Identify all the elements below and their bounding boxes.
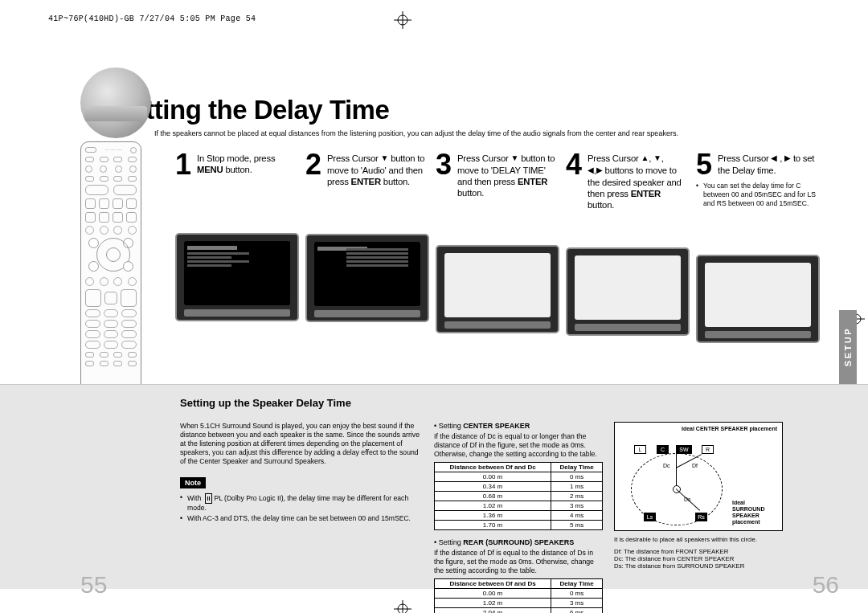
rear-speaker-heading: • Setting REAR (SURROUND) SPEAKERS <box>434 538 603 546</box>
center-delay-table: Distance between Df and DcDelay Time0.00… <box>434 462 603 530</box>
lower-notes: With IIPL (Dolby Pro Logic II), the dela… <box>180 493 423 523</box>
step-1-number: 1 <box>175 153 191 177</box>
note-badge: Note <box>180 477 206 488</box>
step-5-screenshot <box>696 255 820 343</box>
lower-col-3: Ideal CENTER SPEAKER placement L C SW R … <box>614 422 791 570</box>
note-2: With AC-3 and DTS, the delay time can be… <box>180 514 423 523</box>
section-tab: SETUP <box>839 310 857 384</box>
hero-block: Setting the Delay Time If the speakers c… <box>80 67 678 138</box>
diagram-legend: Df: The distance from FRONT SPEAKER Dc: … <box>614 548 791 570</box>
page-number-right: 56 <box>813 571 839 599</box>
diagram-circle-note: It is desirable to place all speakers wi… <box>614 536 791 543</box>
page-title: Setting the Delay Time <box>114 95 678 125</box>
page-number-left: 55 <box>80 571 107 599</box>
speaker-placement-diagram: Ideal CENTER SPEAKER placement L C SW R … <box>614 422 783 531</box>
prologic-icon: II <box>205 493 213 504</box>
step-2: 2 Press Cursor ▼ button to move to 'Audi… <box>305 153 426 343</box>
rear-delay-table: Distance between Df and DsDelay Time0.00… <box>434 578 603 613</box>
center-speaker-body: If the distance of Dc is equal to or lon… <box>434 432 603 459</box>
step-1: 1 In Stop mode, press MENU button. <box>175 153 296 343</box>
lower-paragraph: When 5.1CH Surround Sound is played, you… <box>180 422 423 466</box>
registration-mark-top <box>394 11 411 29</box>
rear-speaker-body: If the distance of Df is equal to the di… <box>434 549 603 575</box>
center-speaker-heading: • Setting CENTER SPEAKER <box>434 422 603 430</box>
lower-col-2: • Setting CENTER SPEAKER If the distance… <box>434 422 603 613</box>
step-4-number: 4 <box>566 153 582 177</box>
step-2-number: 2 <box>305 153 321 177</box>
step-3-text: Press Cursor ▼ button to move to 'DELAY … <box>457 153 556 198</box>
step-5-text: Press Cursor ◀ , ▶ to set the Delay time… <box>718 153 818 176</box>
lower-heading: Setting up the Speaker Delay Time <box>180 397 844 409</box>
step-4-screenshot <box>566 247 690 336</box>
steps-row: 1 In Stop mode, press MENU button. 2 Pre… <box>175 153 818 343</box>
lower-col-1: When 5.1CH Surround Sound is played, you… <box>180 422 423 525</box>
note-1: With IIPL (Dolby Pro Logic II), the dela… <box>180 493 423 513</box>
step-3-number: 3 <box>436 153 452 177</box>
proof-line: 41P~76P(410HD)-GB 7/27/04 5:05 PM Page 5… <box>48 14 256 23</box>
registration-mark-bottom <box>394 600 411 613</box>
step-5: 5 Press Cursor ◀ , ▶ to set the Delay ti… <box>696 153 818 343</box>
step-4: 4 Press Cursor ▲, ▼,◀,▶ buttons to move … <box>566 153 686 343</box>
step-2-screenshot <box>305 234 429 322</box>
step-5-number: 5 <box>696 153 712 177</box>
hero-image <box>80 67 151 138</box>
intro-text: If the speakers cannot be placed at equa… <box>114 129 678 138</box>
step-5-note: You can set the delay time for C between… <box>696 182 818 208</box>
step-4-text: Press Cursor ▲, ▼,◀,▶ buttons to move to… <box>588 153 686 210</box>
step-1-screenshot <box>175 233 299 321</box>
step-3-screenshot <box>436 245 559 333</box>
step-1-text: In Stop mode, press MENU button. <box>197 153 296 175</box>
step-3: 3 Press Cursor ▼ button to move to 'DELA… <box>436 153 556 343</box>
step-2-text: Press Cursor ▼ button to move to 'Audio'… <box>327 153 426 187</box>
lower-section: Setting up the Speaker Delay Time When 5… <box>0 384 868 589</box>
